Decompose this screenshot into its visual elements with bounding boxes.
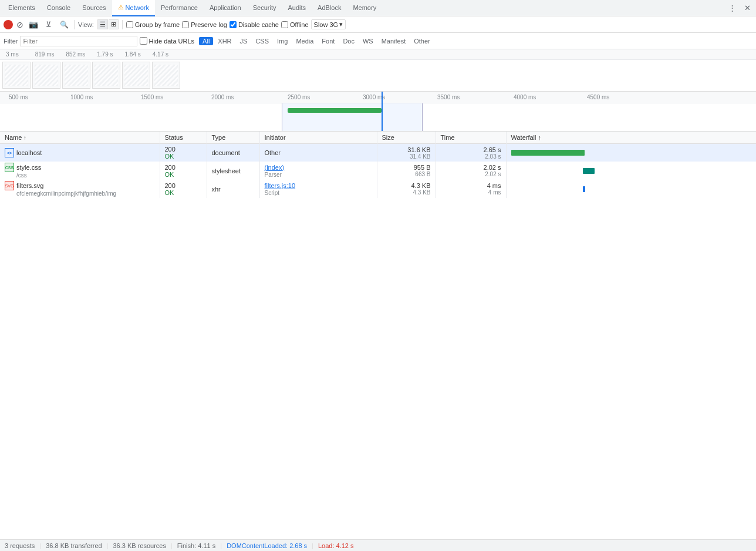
network-table-wrapper[interactable]: Name Status Type Initiator Size Time Wat… <box>0 132 756 518</box>
cell-status-style: 200 OK <box>160 162 207 180</box>
ruler-2000ms: 2000 ms <box>211 94 234 100</box>
row-path-filters: ofclemegkcmilinpcimpjkfhjfgmhieb/img <box>16 190 116 197</box>
filter-js[interactable]: JS <box>237 37 251 45</box>
tab-adblock[interactable]: AdBlock <box>312 0 347 16</box>
tab-application[interactable]: Application <box>204 0 247 16</box>
tab-network[interactable]: ⚠Network <box>112 0 155 16</box>
col-header-waterfall[interactable]: Waterfall ↑ <box>506 132 756 144</box>
filter-icon[interactable]: ⊻ <box>42 18 55 31</box>
tab-memory[interactable]: Memory <box>347 0 382 16</box>
col-header-type[interactable]: Type <box>207 132 259 144</box>
ruler-4500ms: 4500 ms <box>587 94 609 100</box>
filter-type-buttons: All XHR JS CSS Img Media Font Doc WS Man… <box>199 37 434 45</box>
col-header-size[interactable]: Size <box>377 132 436 144</box>
cell-size-style: 955 B 663 B <box>377 162 436 180</box>
col-header-status[interactable]: Status <box>160 132 207 144</box>
network-table: Name Status Type Initiator Size Time Wat… <box>0 132 756 198</box>
tab-performance[interactable]: Performance <box>155 0 204 16</box>
ts-819ms: 819 ms <box>35 51 55 58</box>
list-view-icon[interactable]: ☰ <box>97 19 108 29</box>
toolbar-divider <box>74 20 75 29</box>
ts-417s: 4.17 s <box>153 51 168 58</box>
cell-initiator-localhost: Other <box>259 144 377 162</box>
filter-ws[interactable]: WS <box>359 37 377 45</box>
cell-waterfall-filters <box>506 180 756 198</box>
filter-other[interactable]: Other <box>410 37 434 45</box>
cell-type-localhost: document <box>207 144 259 162</box>
green-timeline-bar <box>288 108 382 113</box>
filter-font[interactable]: Font <box>318 37 338 45</box>
cell-type-filters: xhr <box>207 180 259 198</box>
grid-view-icon[interactable]: ⊞ <box>109 19 119 29</box>
ts-179s: 1.79 s <box>97 51 113 58</box>
cell-status-filters: 200 OK <box>160 180 207 198</box>
close-devtools-icon[interactable]: ✕ <box>741 2 754 15</box>
search-icon[interactable]: 🔍 <box>58 18 70 31</box>
filter-doc[interactable]: Doc <box>339 37 358 45</box>
row-name-filters: filters.svg <box>16 182 43 189</box>
throttle-select[interactable]: Slow 3G ▾ <box>311 19 346 29</box>
col-header-name[interactable]: Name <box>0 132 160 144</box>
hide-data-urls-checkbox[interactable]: Hide data URLs <box>140 37 194 45</box>
filter-xhr[interactable]: XHR <box>214 37 235 45</box>
row-path-style: /css <box>16 172 27 179</box>
col-header-time[interactable]: Time <box>436 132 506 144</box>
toolbar-divider-2 <box>122 20 123 29</box>
more-options-icon[interactable]: ⋮ <box>725 2 738 15</box>
group-by-frame-checkbox[interactable]: Group by frame <box>126 21 180 28</box>
toolbar: ⊘ 📷 ⊻ 🔍 View: ☰ ⊞ Group by frame Preserv… <box>0 16 756 33</box>
timeline-ruler[interactable]: 500 ms 1000 ms 1500 ms 2000 ms 2500 ms 3… <box>0 92 756 132</box>
cell-initiator-style: (index) Parser <box>259 162 377 180</box>
cell-time-localhost: 2.65 s 2.03 s <box>436 144 506 162</box>
ts-3ms: 3 ms <box>6 51 19 58</box>
col-header-initiator[interactable]: Initiator <box>259 132 377 144</box>
tab-elements[interactable]: Elements <box>2 0 41 16</box>
cell-status-localhost: 200 OK <box>160 144 207 162</box>
cell-waterfall-localhost <box>506 144 756 162</box>
thumbnail-3 <box>62 62 90 89</box>
tab-security[interactable]: Security <box>247 0 282 16</box>
filter-css[interactable]: CSS <box>252 37 272 45</box>
cell-time-style: 2.02 s 2.02 s <box>436 162 506 180</box>
tab-audits[interactable]: Audits <box>282 0 312 16</box>
filter-input[interactable] <box>20 36 137 46</box>
filter-media[interactable]: Media <box>292 37 317 45</box>
filter-all[interactable]: All <box>199 37 213 45</box>
ruler-2500ms: 2500 ms <box>288 94 310 100</box>
table-row[interactable]: <> localhost 200 OK document Other 31.6 … <box>0 144 756 162</box>
view-icons: ☰ ⊞ <box>97 19 119 29</box>
ruler-1000ms: 1000 ms <box>70 94 93 100</box>
waterfall-bar-style <box>583 168 595 174</box>
filter-img[interactable]: Img <box>274 37 291 45</box>
clear-button[interactable]: ⊘ <box>15 20 25 29</box>
offline-checkbox[interactable]: Offline <box>281 21 309 28</box>
preserve-log-checkbox[interactable]: Preserve log <box>182 21 227 28</box>
tab-console[interactable]: Console <box>41 0 76 16</box>
waterfall-bar-localhost <box>511 150 585 156</box>
cell-waterfall-style <box>506 162 756 180</box>
thumbnail-4 <box>92 62 120 89</box>
tab-sources[interactable]: Sources <box>76 0 112 16</box>
disable-cache-checkbox[interactable]: Disable cache <box>230 21 279 28</box>
ruler-1500ms: 1500 ms <box>141 94 163 100</box>
chevron-down-icon: ▾ <box>339 21 343 28</box>
ts-852ms: 852 ms <box>66 51 85 58</box>
cell-size-filters: 4.3 KB 4.3 KB <box>377 180 436 198</box>
initiator-link-filters[interactable]: filters.js:10 <box>265 182 296 189</box>
filter-manifest[interactable]: Manifest <box>378 37 410 45</box>
tab-bar-right: ⋮ ✕ <box>725 2 754 15</box>
screenshot-icon[interactable]: 📷 <box>27 18 40 31</box>
table-row[interactable]: SVG filters.svg ofclemegkcmilinpcimpjkfh… <box>0 180 756 198</box>
cell-name-filters: SVG filters.svg ofclemegkcmilinpcimpjkfh… <box>0 180 160 198</box>
initiator-link-style[interactable]: (index) <box>265 164 285 171</box>
table-row[interactable]: CSS style.css /css 200 OK stylesheet (in… <box>0 162 756 180</box>
cell-name-localhost: <> localhost <box>0 144 160 162</box>
icon-html: <> <box>5 148 14 157</box>
ts-184s: 1.84 s <box>125 51 141 58</box>
row-name-style: style.css <box>16 164 41 171</box>
thumbnail-2 <box>32 62 60 89</box>
cell-initiator-filters: filters.js:10 Script <box>259 180 377 198</box>
icon-css: CSS <box>5 163 14 172</box>
filter-bar: Filter Hide data URLs All XHR JS CSS Img… <box>0 33 756 49</box>
record-button[interactable] <box>4 20 13 29</box>
